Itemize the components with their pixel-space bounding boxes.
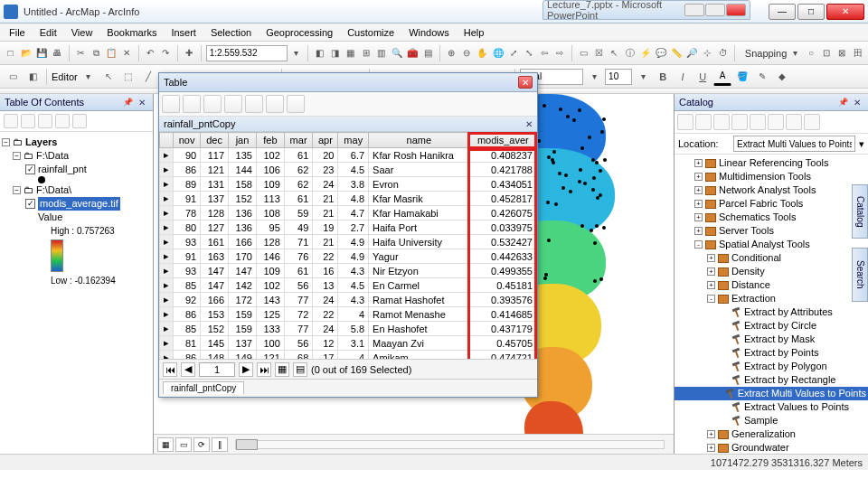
cat-connect-icon[interactable] bbox=[713, 114, 730, 130]
pause-icon[interactable]: ‖ bbox=[212, 437, 228, 452]
cell[interactable]: 159 bbox=[229, 322, 257, 336]
cell[interactable]: 137 bbox=[229, 336, 257, 351]
expand-icon[interactable]: + bbox=[707, 267, 715, 276]
xy-icon[interactable]: ⊹ bbox=[701, 44, 714, 62]
cell[interactable]: 0.442633 bbox=[469, 249, 536, 264]
pan-icon[interactable]: ✋ bbox=[476, 44, 489, 62]
cat-disconnect-icon[interactable] bbox=[731, 114, 748, 130]
cell[interactable]: Saar bbox=[369, 163, 470, 177]
toc-group1[interactable]: F:\Data bbox=[36, 149, 69, 163]
hyperlink-icon[interactable]: ⚡ bbox=[638, 44, 652, 62]
cat-up-icon[interactable] bbox=[677, 114, 693, 130]
cell[interactable]: 89 bbox=[174, 177, 201, 192]
back-icon[interactable]: ⇦ bbox=[537, 44, 551, 62]
underline-icon[interactable]: U bbox=[693, 68, 712, 86]
full-extent-icon[interactable]: 🌐 bbox=[491, 44, 505, 62]
row-header[interactable]: ▸ bbox=[160, 293, 174, 307]
cell[interactable]: 0.474721 bbox=[469, 351, 536, 360]
cell[interactable]: 172 bbox=[229, 293, 257, 307]
catalog-item[interactable]: +Multidimension Tools bbox=[675, 170, 868, 183]
cell[interactable]: 113 bbox=[256, 192, 284, 206]
col-header[interactable]: modis_aver bbox=[469, 133, 536, 148]
cell[interactable]: 152 bbox=[201, 322, 229, 336]
tool-b-icon[interactable]: ◨ bbox=[328, 44, 342, 62]
layers-root[interactable]: Layers bbox=[25, 136, 57, 149]
cell[interactable]: 0.414685 bbox=[469, 307, 536, 322]
row-header[interactable]: ▸ bbox=[160, 307, 174, 322]
row-header[interactable]: ▸ bbox=[160, 235, 174, 249]
expand-icon[interactable]: + bbox=[694, 227, 703, 235]
row-header[interactable]: ▸ bbox=[160, 206, 174, 221]
cell[interactable]: 22 bbox=[313, 307, 338, 322]
cell[interactable]: 0.452817 bbox=[469, 192, 536, 206]
cell[interactable]: 0.033975 bbox=[469, 221, 536, 235]
cell[interactable]: 0.532427 bbox=[469, 235, 536, 249]
table-row[interactable]: ▸8515215913377245.8En Hashofet0.437179 bbox=[160, 322, 537, 336]
table-delete-icon[interactable] bbox=[287, 95, 305, 113]
table-close-icon[interactable]: ✕ bbox=[518, 76, 533, 89]
cell[interactable]: 136 bbox=[229, 206, 257, 221]
cell[interactable]: 0.434051 bbox=[469, 177, 536, 192]
tool-d-icon[interactable]: ⊞ bbox=[359, 44, 373, 62]
clear-selection-icon[interactable]: ☒ bbox=[592, 44, 606, 62]
cell[interactable]: 90 bbox=[174, 148, 201, 163]
cell[interactable]: 56 bbox=[284, 336, 313, 351]
cell[interactable]: 4.8 bbox=[338, 192, 369, 206]
cell[interactable]: 78 bbox=[174, 206, 201, 221]
row-header[interactable]: ▸ bbox=[160, 177, 174, 192]
catalog-item[interactable]: Sample bbox=[675, 414, 868, 427]
catalog-item[interactable]: +Distance bbox=[675, 278, 868, 292]
cell[interactable]: 121 bbox=[256, 351, 284, 360]
expand-icon[interactable]: + bbox=[707, 254, 715, 262]
table-row[interactable]: ▸9314714710961164.3Nir Etzyon0.499355 bbox=[160, 264, 537, 278]
cell[interactable]: 166 bbox=[229, 235, 257, 249]
catalog-item[interactable]: +Density bbox=[675, 265, 868, 278]
cell[interactable]: 23 bbox=[313, 163, 338, 177]
menu-help[interactable]: Help bbox=[457, 25, 492, 40]
table-titlebar[interactable]: Table ✕ bbox=[159, 73, 537, 92]
minimize-button[interactable]: — bbox=[769, 4, 796, 20]
cell[interactable]: 0.45181 bbox=[469, 278, 536, 293]
cell[interactable]: 21 bbox=[313, 206, 338, 221]
cell[interactable]: 4 bbox=[338, 307, 369, 322]
cell[interactable]: 131 bbox=[201, 177, 229, 192]
cell[interactable]: 109 bbox=[256, 264, 284, 278]
catalog-side-tab[interactable]: Catalog bbox=[852, 184, 868, 239]
catalog-item[interactable]: -Extraction bbox=[675, 292, 868, 305]
cell[interactable]: 125 bbox=[256, 307, 284, 322]
fill-color-icon[interactable]: 🪣 bbox=[733, 68, 751, 86]
cell[interactable]: 3.8 bbox=[338, 177, 369, 192]
cell[interactable]: 135 bbox=[229, 148, 257, 163]
cell[interactable]: 170 bbox=[229, 249, 257, 264]
cell[interactable]: 62 bbox=[284, 177, 313, 192]
cell[interactable]: 152 bbox=[229, 192, 257, 206]
close-button[interactable]: ✕ bbox=[826, 4, 864, 20]
cell[interactable]: 147 bbox=[201, 278, 229, 293]
row-header[interactable]: ▸ bbox=[160, 163, 174, 177]
cell[interactable]: 86 bbox=[174, 351, 201, 360]
time-slider-icon[interactable]: ⏱ bbox=[716, 44, 730, 62]
menu-bookmarks[interactable]: Bookmarks bbox=[99, 25, 164, 40]
nav-prev-icon[interactable]: ◀ bbox=[181, 362, 195, 377]
expand-icon[interactable]: + bbox=[694, 213, 703, 221]
layout-view-icon[interactable]: ▭ bbox=[175, 437, 192, 452]
cell[interactable]: 146 bbox=[256, 249, 284, 264]
table-zoom-sel-icon[interactable] bbox=[266, 95, 284, 113]
cell[interactable]: En Carmel bbox=[369, 278, 470, 293]
catalog-item[interactable]: +Generalization bbox=[675, 427, 868, 441]
cell[interactable]: 133 bbox=[256, 322, 284, 336]
nav-pos-input[interactable] bbox=[199, 362, 235, 377]
table-row[interactable]: ▸9116317014676224.9Yagur0.442633 bbox=[160, 249, 537, 264]
menu-file[interactable]: File bbox=[2, 25, 33, 40]
cell[interactable]: 137 bbox=[201, 192, 229, 206]
table-row[interactable]: ▸9316116612871214.9Haifa University0.532… bbox=[160, 235, 537, 249]
table-switch-sel-icon[interactable] bbox=[224, 95, 242, 113]
cell[interactable]: 4.9 bbox=[338, 249, 369, 264]
toc-layer-rainfall[interactable]: rainfall_pnt bbox=[38, 163, 87, 176]
font-size-input[interactable] bbox=[605, 69, 632, 85]
zoom-in-icon[interactable]: ⊕ bbox=[445, 44, 458, 62]
location-dropdown-icon[interactable]: ▾ bbox=[859, 138, 864, 150]
catalog-item[interactable]: +Server Tools bbox=[675, 224, 868, 238]
cell[interactable]: 61 bbox=[284, 264, 313, 278]
bg-max[interactable] bbox=[705, 4, 725, 16]
